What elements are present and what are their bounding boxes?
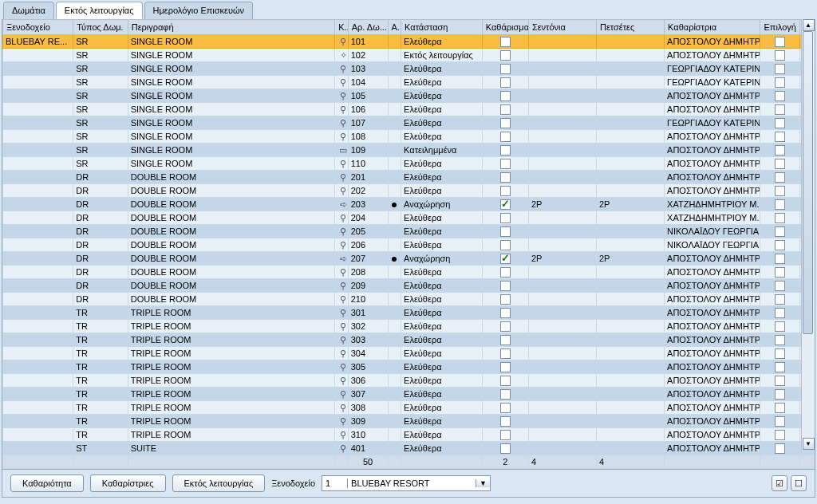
hotel-cell-input[interactable] xyxy=(6,77,70,87)
select-checkbox[interactable] xyxy=(775,294,785,305)
table-row[interactable]: ⚲210ΕλεύθεραΑΠΟΣΤΟΛΟΥ ΔΗΜΗΤΡΑ xyxy=(3,293,815,306)
sheets-cell[interactable] xyxy=(528,388,596,401)
type-cell-input[interactable] xyxy=(76,226,124,236)
desc-cell-input[interactable] xyxy=(131,64,332,73)
type-cell[interactable] xyxy=(73,184,128,198)
table-row[interactable]: ⚲204ΕλεύθεραΧΑΤΖΗΔΗΜΗΤΡΙΟΥ Μ... xyxy=(3,211,815,225)
towels-cell[interactable] xyxy=(597,360,665,374)
type-cell-input[interactable] xyxy=(76,267,124,277)
type-cell[interactable] xyxy=(73,89,128,103)
desc-cell-input[interactable] xyxy=(131,294,332,304)
desc-cell-input[interactable] xyxy=(131,226,332,236)
select-cell[interactable] xyxy=(760,306,800,320)
towels-cell[interactable]: 2P xyxy=(597,198,665,211)
hotel-select[interactable]: 1 BLUEBAY RESORT ▼ xyxy=(322,475,491,491)
select-checkbox[interactable] xyxy=(775,403,785,413)
clean-cell[interactable] xyxy=(482,225,528,238)
hotel-cell-input[interactable] xyxy=(6,91,70,100)
clean-checkbox[interactable] xyxy=(500,308,511,318)
select-checkbox[interactable] xyxy=(775,91,785,101)
type-cell-input[interactable] xyxy=(76,199,124,209)
type-cell-input[interactable] xyxy=(76,281,124,290)
type-cell[interactable] xyxy=(73,333,128,347)
desc-cell[interactable] xyxy=(128,360,334,374)
select-cell[interactable] xyxy=(760,360,800,374)
hotel-cell-input[interactable] xyxy=(6,416,70,426)
clean-checkbox[interactable] xyxy=(500,91,511,101)
table-row[interactable]: ⚲105ΕλεύθεραΑΠΟΣΤΟΛΟΥ ΔΗΜΗΤΡΑ xyxy=(3,89,815,103)
select-cell[interactable] xyxy=(760,89,800,103)
clean-checkbox[interactable] xyxy=(500,132,511,142)
select-cell[interactable] xyxy=(760,293,800,306)
table-row[interactable]: ➪203Αναχώρηση2P2PΧΑΤΖΗΔΗΜΗΤΡΙΟΥ Μ... xyxy=(3,198,815,211)
towels-cell[interactable] xyxy=(597,374,665,388)
desc-cell[interactable] xyxy=(128,320,334,333)
hotel-cell[interactable] xyxy=(3,442,73,455)
room-number-cell[interactable]: 201 xyxy=(348,171,388,184)
col-towels[interactable]: Πετσέτες xyxy=(597,20,665,35)
sheets-cell[interactable] xyxy=(528,415,596,428)
desc-cell[interactable] xyxy=(128,293,334,306)
maid-cell[interactable]: ΑΠΟΣΤΟΛΟΥ ΔΗΜΗΤΡΑ xyxy=(665,360,760,374)
type-cell[interactable] xyxy=(73,415,128,428)
col-cleaning[interactable]: Καθάρισμα xyxy=(482,20,528,35)
desc-cell[interactable] xyxy=(128,62,334,76)
clean-checkbox[interactable] xyxy=(500,186,511,196)
sheets-cell[interactable] xyxy=(528,184,596,198)
maid-cell[interactable]: ΑΠΟΣΤΟΛΟΥ ΔΗΜΗΤΡΑ xyxy=(665,279,760,293)
clean-cell[interactable] xyxy=(482,266,528,279)
maid-cell[interactable]: ΑΠΟΣΤΟΛΟΥ ΔΗΜΗΤΡΑ xyxy=(665,157,760,171)
type-cell-input[interactable] xyxy=(76,362,124,372)
clean-checkbox[interactable] xyxy=(500,64,511,74)
desc-cell[interactable] xyxy=(128,49,334,62)
hotel-cell[interactable] xyxy=(3,401,73,415)
towels-cell[interactable] xyxy=(597,306,665,320)
scroll-down-icon[interactable]: ▼ xyxy=(803,438,815,450)
select-checkbox[interactable] xyxy=(775,145,785,156)
hotel-name-field[interactable]: BLUEBAY RESORT xyxy=(348,478,476,488)
sheets-cell[interactable] xyxy=(528,103,596,116)
desc-cell[interactable] xyxy=(128,428,334,442)
type-cell[interactable] xyxy=(73,279,128,293)
towels-cell[interactable] xyxy=(597,103,665,116)
clean-checkbox[interactable] xyxy=(500,254,511,264)
clean-cell[interactable] xyxy=(482,89,528,103)
desc-cell-input[interactable] xyxy=(131,118,332,128)
table-row[interactable]: ⚲206ΕλεύθεραΝΙΚΟΛΑΪΔΟΥ ΓΕΩΡΓΙΑ xyxy=(3,238,815,252)
clean-cell[interactable] xyxy=(482,306,528,320)
table-row[interactable]: ⚲107ΕλεύθεραΓΕΩΡΓΙΑΔΟΥ ΚΑΤΕΡΙΝΑ xyxy=(3,116,815,130)
type-cell-input[interactable] xyxy=(76,186,124,195)
desc-cell-input[interactable] xyxy=(131,199,332,209)
table-row[interactable]: ⚲303ΕλεύθεραΑΠΟΣΤΟΛΟΥ ΔΗΜΗΤΡΑ xyxy=(3,333,815,347)
type-cell-input[interactable] xyxy=(76,416,124,426)
table-row[interactable]: ⚲103ΕλεύθεραΓΕΩΡΓΙΑΔΟΥ ΚΑΤΕΡΙΝΑ xyxy=(3,62,815,76)
cleanliness-button[interactable]: Καθαριότητα xyxy=(10,474,84,492)
towels-cell[interactable] xyxy=(597,442,665,455)
clean-cell[interactable] xyxy=(482,238,528,252)
select-checkbox[interactable] xyxy=(775,335,785,345)
desc-cell-input[interactable] xyxy=(131,254,332,263)
hotel-cell-input[interactable] xyxy=(6,159,70,168)
towels-cell[interactable] xyxy=(597,76,665,89)
select-cell[interactable] xyxy=(760,238,800,252)
select-checkbox[interactable] xyxy=(775,50,785,61)
col-key[interactable]: Κ.. xyxy=(335,20,349,35)
desc-cell-input[interactable] xyxy=(131,335,332,345)
maid-cell[interactable]: ΑΠΟΣΤΟΛΟΥ ΔΗΜΗΤΡΑ xyxy=(665,130,760,144)
hotel-cell[interactable] xyxy=(3,388,73,401)
maids-button[interactable]: Καθαρίστριες xyxy=(90,474,166,492)
desc-cell-input[interactable] xyxy=(131,362,332,372)
room-number-cell[interactable]: 210 xyxy=(348,293,388,306)
desc-cell-input[interactable] xyxy=(131,37,332,46)
table-row[interactable]: ⚲205ΕλεύθεραΝΙΚΟΛΑΪΔΟΥ ΓΕΩΡΓΙΑ xyxy=(3,225,815,238)
hotel-cell[interactable] xyxy=(3,49,73,62)
hotel-cell[interactable] xyxy=(3,157,73,171)
towels-cell[interactable] xyxy=(597,130,665,144)
desc-cell-input[interactable] xyxy=(131,267,332,277)
clean-cell[interactable] xyxy=(482,374,528,388)
select-checkbox[interactable] xyxy=(775,172,785,183)
towels-cell[interactable] xyxy=(597,238,665,252)
maid-cell[interactable]: ΓΕΩΡΓΙΑΔΟΥ ΚΑΤΕΡΙΝΑ xyxy=(665,62,760,76)
clean-checkbox[interactable] xyxy=(500,240,511,250)
maid-cell[interactable]: ΧΑΤΖΗΔΗΜΗΤΡΙΟΥ Μ... xyxy=(665,198,760,211)
